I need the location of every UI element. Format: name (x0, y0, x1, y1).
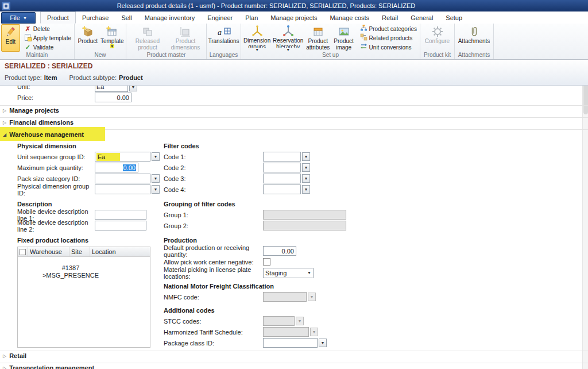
section-manage-projects-title: Manage projects (9, 107, 59, 114)
tab-setup[interactable]: Setup (439, 11, 469, 24)
code3-row: Code 3: ▼ (164, 173, 588, 184)
warehouse-right-column: Filter codes Code 1: ▼ Code 2: ▼ Code 3:… (164, 141, 588, 348)
grid-column-site[interactable]: Site (69, 247, 90, 256)
new-product-button[interactable]: Product (76, 24, 100, 52)
gear-icon (431, 25, 444, 38)
dropdown-arrow-icon[interactable]: ▼ (302, 174, 310, 183)
allow-pick-negative-checkbox[interactable] (263, 258, 270, 266)
filter-codes-heading: Filter codes (164, 141, 588, 151)
unit-sequence-group-combobox[interactable]: Ea ▼ (95, 152, 160, 162)
warehouse-left-column: Physical dimension Unit sequence group I… (0, 141, 164, 348)
pack-size-category-label: Pack size category ID: (17, 175, 95, 182)
delete-button[interactable]: ✗ Delete (22, 24, 73, 33)
dropdown-arrow-icon: ▼ (308, 293, 316, 301)
section-retail-title: Retail (9, 352, 26, 359)
product-attributes-button[interactable]: Product attributes (304, 24, 332, 52)
tab-general[interactable]: General (404, 11, 439, 24)
dropdown-arrow-icon[interactable]: ▼ (152, 152, 160, 161)
svg-text:a: a (218, 28, 222, 37)
dimension-groups-dropdown-icon: ▼ (255, 48, 259, 52)
maximum-pick-quantity-input[interactable]: 0.00 (95, 163, 138, 172)
tab-product[interactable]: Product (40, 11, 76, 24)
configure-label: Configure (425, 38, 450, 44)
translations-button[interactable]: a Translations (208, 24, 239, 52)
edit-button[interactable]: Edit (1, 24, 20, 52)
select-all-checkbox[interactable] (20, 249, 26, 255)
ribbon-group-product-master: Released product variants Product dimens… (126, 24, 207, 59)
reservation-hierarchy-dropdown-icon: ▼ (286, 48, 290, 52)
delete-icon: ✗ (24, 25, 32, 33)
grid-select-all-cell[interactable] (18, 247, 28, 256)
product-categories-button[interactable]: Product categories (358, 24, 419, 33)
new-template-button[interactable]: Template ▼ (100, 24, 125, 52)
code2-row: Code 2: ▼ (164, 162, 588, 173)
dropdown-arrow-icon[interactable]: ▼ (302, 152, 310, 161)
mobile-description-line2-input[interactable] (95, 221, 146, 230)
mobile-description-line1-input[interactable] (95, 210, 146, 220)
default-production-quantity-input[interactable]: 0.00 (263, 246, 296, 256)
code3-combobox[interactable]: ▼ (263, 174, 310, 183)
collapsed-triangle-icon: ▷ (3, 366, 6, 369)
code4-row: Code 4: ▼ (164, 184, 588, 195)
price-input[interactable]: 0.00 (95, 93, 131, 102)
unit-conversions-button[interactable]: Unit conversions (358, 43, 419, 52)
package-class-combobox[interactable]: ▼ (263, 338, 327, 348)
new-template-label: Template (100, 38, 124, 44)
pack-size-category-combobox[interactable]: ▼ (95, 174, 160, 183)
dropdown-arrow-icon[interactable]: ▼ (152, 174, 160, 183)
attachments-button[interactable]: Attachments (457, 24, 492, 52)
file-menu-button[interactable]: File ▼ (1, 12, 36, 24)
tab-manage-costs[interactable]: Manage costs (324, 11, 376, 24)
record-subtitle: Product type:Item Product subtype:Produc… (5, 74, 588, 81)
nmfc-heading: National Motor Freight Classification (164, 282, 588, 291)
group2-label: Group 2: (164, 222, 263, 229)
product-image-label: Product image (332, 38, 356, 51)
section-financial-dimensions[interactable]: ▷ Financial dimensions (0, 117, 588, 127)
validate-button[interactable]: ✓ Validate (22, 43, 73, 52)
section-retail[interactable]: ▷ Retail (0, 351, 588, 360)
tab-sell[interactable]: Sell (115, 11, 138, 24)
code2-label: Code 2: (164, 164, 263, 171)
section-warehouse-management[interactable]: ◢ Warehouse management (0, 129, 588, 139)
tab-manage-inventory[interactable]: Manage inventory (138, 11, 201, 24)
window-title: Released product details (1 - usmf) - Pr… (13, 2, 519, 9)
apply-template-button[interactable]: Apply template (22, 33, 73, 43)
axes-color-icon (282, 25, 295, 37)
section-transportation-management[interactable]: ▷ Transportation management (0, 363, 588, 369)
section-manage-projects[interactable]: ▷ Manage projects (0, 105, 588, 115)
tab-retail[interactable]: Retail (376, 11, 404, 24)
product-dimensions-button: Product dimensions (168, 24, 203, 52)
unit-sequence-group-row: Unit sequence group ID: Ea ▼ (17, 151, 164, 162)
code2-combobox[interactable]: ▼ (263, 163, 310, 172)
released-product-variants-button: Released product variants (127, 24, 168, 52)
product-image-button[interactable]: Product image (332, 24, 356, 52)
dropdown-arrow-icon[interactable]: ▼ (302, 163, 310, 172)
grid-column-warehouse[interactable]: Warehouse (28, 247, 69, 256)
related-products-button[interactable]: Related products (358, 33, 419, 43)
reservation-hierarchy-button[interactable]: Reservation hierarchy ▼ (272, 24, 304, 52)
product-type-label: Product type: (5, 74, 42, 81)
variants-cubes-icon (141, 25, 154, 38)
code1-combobox[interactable]: ▼ (263, 152, 310, 162)
dropdown-arrow-icon[interactable]: ▼ (319, 339, 327, 347)
material-picking-select[interactable]: Staging ▼ (263, 268, 314, 278)
code4-combobox[interactable]: ▼ (263, 184, 310, 194)
ribbon-group-maintain: Edit ✗ Delete Apply template ✓ Validate (0, 24, 75, 59)
tab-plan[interactable]: Plan (239, 11, 264, 24)
tab-manage-projects[interactable]: Manage projects (264, 11, 323, 24)
ribbon-group-new: Product Template ▼ New (75, 24, 126, 59)
edit-button-label: Edit (6, 39, 16, 45)
ribbon-group-attachments: Attachments Attachments (455, 24, 494, 59)
grid-column-location[interactable]: Location (90, 247, 150, 256)
dropdown-arrow-icon[interactable]: ▼ (152, 185, 160, 194)
group1-row: Group 1: (164, 209, 588, 220)
dropdown-arrow-icon[interactable]: ▼ (302, 185, 310, 194)
default-production-quantity-label: Default production or receiving quantity… (164, 244, 263, 258)
physical-dimension-group-combobox[interactable]: ▼ (95, 184, 160, 194)
tab-engineer[interactable]: Engineer (201, 11, 239, 24)
dimension-groups-button[interactable]: Dimension groups ▼ (242, 24, 272, 52)
check-icon: ✓ (24, 44, 32, 51)
tab-purchase[interactable]: Purchase (76, 11, 115, 24)
code1-label: Code 1: (164, 153, 263, 160)
group-label-product-kit: Product kit (420, 52, 454, 59)
